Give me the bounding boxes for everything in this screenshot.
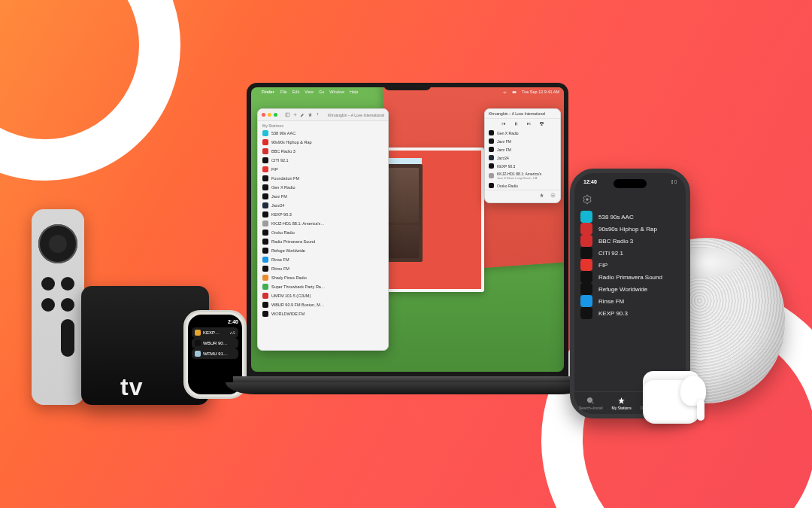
star-icon[interactable] <box>308 112 313 117</box>
stations-list[interactable]: 538 90s AAC90s90s Hiphop & RapBBC Radio … <box>258 129 388 318</box>
station-icon <box>262 175 268 181</box>
phone-station-row[interactable]: 538 90s AAC <box>580 211 680 223</box>
window-zoom-button[interactable] <box>274 113 277 117</box>
phone-station-row[interactable]: Rinse FM <box>580 295 680 307</box>
queue-row[interactable]: Gen X Radio <box>485 129 560 137</box>
station-row[interactable]: 538 90s AAC <box>258 129 388 138</box>
menubar-item[interactable]: Go <box>319 90 324 94</box>
station-row[interactable]: 90s90s Hiphop & Rap <box>258 138 388 147</box>
menubar-app-name[interactable]: Finder <box>262 90 274 94</box>
station-icon <box>262 166 268 172</box>
station-icon <box>262 148 268 154</box>
remote-back-button[interactable] <box>41 277 55 291</box>
tab-my-stations[interactable]: My Stations <box>612 397 632 410</box>
station-row[interactable]: UMFM 101.5 (CJUM) <box>258 291 388 300</box>
phone-station-row[interactable]: 90s90s Hiphop & Rap <box>580 223 680 235</box>
remote-volume-rocker[interactable] <box>61 319 74 357</box>
watch-station-row[interactable]: WFMU 91… <box>192 348 238 359</box>
sidebar-icon[interactable] <box>285 112 290 117</box>
settings-icon[interactable] <box>582 194 592 205</box>
add-icon[interactable] <box>292 112 298 117</box>
favorite-icon[interactable] <box>539 193 544 198</box>
remote-play-button[interactable] <box>41 298 55 312</box>
station-row[interactable]: BBC Radio 3 <box>258 147 388 156</box>
iphone-screen-content[interactable]: 538 90s AAC90s90s Hiphop & RapBBC Radio … <box>580 194 680 390</box>
station-icon <box>262 130 268 136</box>
menubar-item[interactable]: File <box>280 90 287 94</box>
share-icon[interactable] <box>315 112 320 117</box>
iphone-time: 12:40 <box>583 179 597 184</box>
menubar-item[interactable]: Edit <box>292 90 299 94</box>
mini-player-controls[interactable] <box>485 119 560 129</box>
hero-stage: tv 2:40 KEXP…♪♫WBUR 90…WFMU 91… Finder F… <box>0 0 812 508</box>
station-row[interactable]: Refuge Worldwide <box>258 246 388 255</box>
menubar-clock[interactable]: Tue Sep 12 9:41 AM <box>522 90 559 94</box>
station-row[interactable]: KKJZ-HD1 88.1: America's… <box>258 219 388 228</box>
station-row[interactable]: CITI 92.1 <box>258 156 388 165</box>
station-row[interactable]: KEXP 90.3 <box>258 210 388 219</box>
queue-row[interactable]: KEXP 90.3 <box>485 162 560 170</box>
macbook: Finder FileEditViewGoWindowHelp Tue Sep … <box>233 83 582 405</box>
station-row[interactable]: WBUR 90.9 FM Boston, M… <box>258 300 388 309</box>
phone-station-row[interactable]: FIP <box>580 259 680 271</box>
next-track-icon[interactable] <box>526 121 532 126</box>
phone-station-row[interactable]: KEXP 90.3 <box>580 307 680 319</box>
window-minimize-button[interactable] <box>268 113 271 117</box>
edit-icon[interactable] <box>300 112 305 117</box>
station-label: FIP <box>271 167 278 172</box>
prev-track-icon[interactable] <box>501 121 506 126</box>
queue-row[interactable]: KKJZ-HD1 88.1: America'sJazz & Blues Lon… <box>485 170 560 181</box>
station-label: WORLDWIDE FM <box>271 312 304 316</box>
queue-row[interactable]: Oroko Radio <box>485 181 560 190</box>
queue-row[interactable]: Jazz FM <box>485 145 560 154</box>
window-toolbar[interactable]: Khruangbin – A Love International <box>258 109 388 121</box>
window-close-button[interactable] <box>262 113 265 117</box>
watch-station-row[interactable]: WBUR 90… <box>192 338 238 348</box>
phone-station-label: 538 90s AAC <box>598 214 634 221</box>
mac-menubar[interactable]: Finder FileEditViewGoWindowHelp Tue Sep … <box>251 87 564 96</box>
watch-station-row[interactable]: KEXP…♪♫ <box>192 327 238 338</box>
phone-station-row[interactable]: CITI 92.1 <box>580 247 680 259</box>
svg-point-4 <box>553 195 554 196</box>
play-pause-icon[interactable] <box>514 121 519 126</box>
remote-mute-button[interactable] <box>61 298 74 312</box>
phone-station-row[interactable]: Refuge Worldwide <box>580 283 680 295</box>
station-row[interactable]: Oroko Radio <box>258 228 388 237</box>
station-icon <box>580 307 592 319</box>
menubar-item[interactable]: View <box>304 90 314 94</box>
mini-player-queue[interactable]: Gen X RadioJazz FMJazz FMJazz24KEXP 90.3… <box>485 129 560 190</box>
menubar-status-area[interactable]: Tue Sep 12 9:41 AM <box>502 90 559 95</box>
station-row[interactable]: Shady Pines Radio <box>258 273 388 282</box>
phone-station-row[interactable]: BBC Radio 3 <box>580 235 680 247</box>
menubar-item[interactable]: Window <box>329 90 344 94</box>
wifi-icon[interactable] <box>502 90 508 95</box>
station-row[interactable]: Super Throwback Party Ra… <box>258 282 388 291</box>
airplay-icon[interactable] <box>539 121 544 126</box>
station-row[interactable]: Ritmo FM <box>258 264 388 273</box>
queue-row[interactable]: Jazz FM <box>485 137 560 145</box>
menubar-item[interactable]: Help <box>350 90 358 94</box>
station-icon <box>262 257 268 263</box>
macbook-screen[interactable]: Finder FileEditViewGoWindowHelp Tue Sep … <box>251 87 564 372</box>
station-row[interactable]: Gen X Radio <box>258 183 388 192</box>
station-icon <box>580 235 592 247</box>
station-icon <box>262 184 268 190</box>
tab-search-install[interactable]: Search+Install <box>579 397 603 410</box>
mini-player-popover[interactable]: Khruangbin – A Love International Gen X … <box>484 108 561 203</box>
station-row[interactable]: Radio Primavera Sound <box>258 237 388 246</box>
remote-tv-button[interactable] <box>61 277 74 291</box>
tab-label: My Stations <box>612 406 632 410</box>
stations-window[interactable]: Khruangbin – A Love International My Sta… <box>257 108 389 351</box>
station-row[interactable]: Jazz24 <box>258 201 388 210</box>
station-row[interactable]: WORLDWIDE FM <box>258 309 388 318</box>
queue-row[interactable]: Jazz24 <box>485 154 560 162</box>
decorative-ring-1 <box>0 0 180 181</box>
settings-icon[interactable] <box>550 193 556 198</box>
battery-icon[interactable] <box>512 90 517 95</box>
station-row[interactable]: Rinse FM <box>258 255 388 264</box>
station-row[interactable]: FIP <box>258 165 388 174</box>
station-row[interactable]: Foundation FM <box>258 174 388 183</box>
remote-clickpad[interactable] <box>38 224 77 263</box>
phone-station-row[interactable]: Radio Primavera Sound <box>580 271 680 283</box>
station-row[interactable]: Jazz FM <box>258 192 388 201</box>
